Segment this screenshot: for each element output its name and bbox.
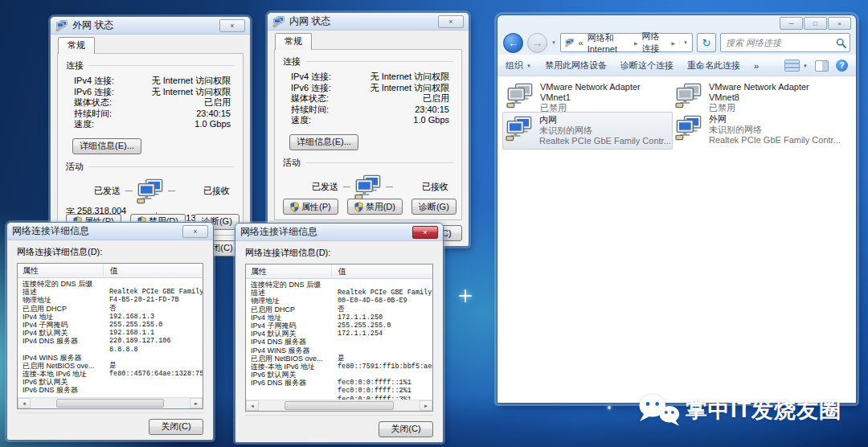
search-box[interactable] xyxy=(720,33,850,52)
connection-row: IPv6 连接: 无 Internet 访问权限 xyxy=(74,87,233,98)
row-label: IPv4 连接: xyxy=(291,72,331,83)
value-cell: 192.168.1.1 xyxy=(103,329,203,337)
activity-group-label: 活动 xyxy=(283,157,453,169)
scroll-left-icon[interactable]: ◄ xyxy=(246,400,259,411)
property-cell: IPv6 默认网关 xyxy=(18,378,103,386)
row-value: 23:40:15 xyxy=(415,105,452,116)
column-value: 值 xyxy=(104,264,203,277)
horizontal-scrollbar[interactable]: ◄ ► xyxy=(18,397,203,408)
dropdown-icon: ▼ xyxy=(803,64,808,68)
chevron-right-icon[interactable]: ▶ xyxy=(634,40,638,46)
property-cell: IPv4 地址 xyxy=(18,313,103,321)
property-cell xyxy=(18,346,103,354)
search-icon[interactable] xyxy=(836,38,846,48)
connection-row: 媒体状态: 已启用 xyxy=(291,93,452,105)
value-cell xyxy=(103,280,203,288)
scroll-left-icon[interactable]: ◄ xyxy=(18,398,31,408)
scrollbar-thumb[interactable] xyxy=(56,399,165,408)
adapter-text: 内网 未识别的网络 Realtek PCIe GbE Family Contr.… xyxy=(539,115,671,146)
chevron-right-icon[interactable]: ▶ xyxy=(671,40,675,46)
close-glyph: × xyxy=(230,22,234,30)
diagnose-button[interactable]: 诊断(G) xyxy=(411,199,457,215)
maximize-button[interactable]: □ xyxy=(804,17,827,30)
table-row: fec0:0:0:ffff::2%1 xyxy=(246,387,432,395)
adapter-name: VMware Network Adapter xyxy=(709,82,809,92)
adapter-item-lan[interactable]: 内网 未识别的网络 Realtek PCIe GbE Family Contr.… xyxy=(502,112,673,150)
tab-general[interactable]: 常规 xyxy=(58,37,95,54)
scroll-right-icon[interactable]: ► xyxy=(420,400,432,411)
tab-general[interactable]: 常规 xyxy=(275,33,312,50)
details-list-label: 网络连接详细信息(D): xyxy=(245,247,433,261)
property-cell: 物理地址 xyxy=(18,296,103,304)
breadcrumb-segment-network-internet[interactable]: 网络和 Internet xyxy=(588,32,630,54)
disable-button[interactable]: 禁用(D) xyxy=(347,199,403,215)
adapter-text: VMware Network Adapter VMnet8 已禁用 xyxy=(709,82,809,113)
address-bar[interactable]: « 网络和 Internet ▶ 网络连接 ▶ ▼ xyxy=(560,33,693,52)
back-arrow-icon: ← xyxy=(508,37,518,49)
breadcrumb-overflow-chevron[interactable]: « xyxy=(579,38,583,47)
table-row: IPv4 地址 172.1.1.250 xyxy=(246,314,432,322)
close-button[interactable]: 关闭(C) xyxy=(379,421,433,437)
adapter-item-vmnet1[interactable]: VMware Network Adapter VMnet1 已禁用 xyxy=(504,80,673,116)
forward-button[interactable]: → xyxy=(527,33,547,53)
view-controls: ▼ ? xyxy=(784,59,848,72)
organize-menu[interactable]: 组织▼ xyxy=(506,59,531,72)
adapter-item-vmnet8[interactable]: VMware Network Adapter VMnet8 已禁用 xyxy=(673,80,841,116)
properties-button[interactable]: 属性(P) xyxy=(283,199,338,215)
disable-device-button[interactable]: 禁用此网络设备 xyxy=(545,59,607,72)
close-button[interactable]: × xyxy=(828,17,851,30)
title-bar[interactable]: 内网 状态 × xyxy=(268,13,469,31)
address-dropdown-icon[interactable]: ▼ xyxy=(679,40,688,45)
caption-buttons: ─ □ × xyxy=(780,17,851,31)
diagnose-connection-button[interactable]: 诊断这个连接 xyxy=(620,59,674,72)
property-cell: 连接-本地 IPv6 地址 xyxy=(246,363,331,371)
close-icon: × xyxy=(837,20,841,27)
history-dropdown-icon[interactable]: ▼ xyxy=(551,40,556,45)
row-value: 23:40:15 xyxy=(196,109,233,120)
command-bar: 组织▼ 禁用此网络设备 诊断这个连接 重命名此连接 » ▼ ? xyxy=(497,55,856,76)
table-row: 连接-本地 IPv6 地址 fe80::7591:ff1b:bbf5:aede%… xyxy=(246,363,432,371)
close-icon[interactable]: × xyxy=(182,225,208,238)
toolbar-overflow-button[interactable]: » xyxy=(754,61,759,71)
title-bar[interactable]: ─ □ × xyxy=(497,15,856,31)
scroll-right-icon[interactable]: ► xyxy=(190,398,203,408)
details-button[interactable]: 详细信息(E)... xyxy=(289,134,358,150)
value-cell: 192.168.1.3 xyxy=(103,313,203,321)
title-bar[interactable]: 网络连接详细信息 × xyxy=(7,223,213,240)
row-label: IPv6 连接: xyxy=(291,83,331,94)
close-button[interactable]: 关闭(C) xyxy=(149,419,203,435)
adapter-item-wan[interactable]: 外网 未识别的网络 Realtek PCIe GbE Family Contr.… xyxy=(673,112,841,148)
search-input[interactable] xyxy=(724,37,836,48)
close-icon[interactable]: × xyxy=(412,226,438,239)
disable-device-label: 禁用此网络设备 xyxy=(545,59,607,72)
preview-pane-button[interactable] xyxy=(815,60,829,72)
scrollbar-thumb[interactable] xyxy=(285,401,394,410)
column-value: 值 xyxy=(332,265,432,278)
close-icon[interactable]: × xyxy=(219,19,245,32)
scrollbar-track[interactable] xyxy=(259,400,420,411)
network-adapter-icon xyxy=(505,116,534,141)
scrollbar-track[interactable] xyxy=(31,398,190,408)
group-caption: 连接 xyxy=(66,59,84,72)
table-row: 连接-本地 IPv6 地址 fe80::4576:64ae:1328:7562%… xyxy=(18,370,203,378)
adapter-network: 未识别的网络 xyxy=(709,125,841,135)
back-button[interactable]: ← xyxy=(503,33,523,53)
minimize-button[interactable]: ─ xyxy=(780,17,803,30)
help-button[interactable]: ? xyxy=(836,59,848,72)
table-row: 已启用 NetBIOS ove... 是 xyxy=(246,355,432,363)
breadcrumb-segment-network-connections[interactable]: 网络连接 xyxy=(642,31,668,55)
refresh-button[interactable]: ↻ xyxy=(697,33,716,52)
close-glyph: × xyxy=(423,228,427,236)
title-bar[interactable]: 网络连接详细信息 × xyxy=(235,224,443,241)
title-bar[interactable]: 外网 状态 × xyxy=(51,17,250,35)
rename-connection-button[interactable]: 重命名此连接 xyxy=(687,59,740,72)
table-row: 物理地址 00-E0-4D-68-0B-E9 xyxy=(246,297,432,305)
details-button[interactable]: 详细信息(E)... xyxy=(72,138,141,154)
network-folder-icon xyxy=(565,37,575,48)
close-icon[interactable]: × xyxy=(438,15,464,28)
row-label: 持续时间: xyxy=(291,105,329,116)
change-view-button[interactable]: ▼ xyxy=(784,59,808,72)
wallpaper-sparkle xyxy=(459,289,472,302)
horizontal-scrollbar[interactable]: ◄ ► xyxy=(246,400,432,411)
sent-label: 已发送 xyxy=(283,181,343,193)
